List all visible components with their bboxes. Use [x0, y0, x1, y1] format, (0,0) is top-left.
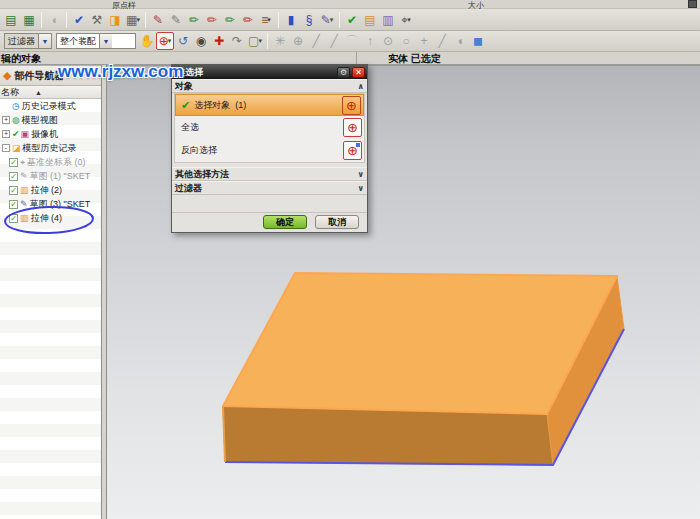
- section-objects[interactable]: 对象 ∧: [172, 79, 367, 93]
- visibility-checkbox[interactable]: ✓: [9, 158, 18, 167]
- list-hand-icon[interactable]: ≡▾: [257, 11, 275, 29]
- section-filters[interactable]: 过滤器 ∨: [172, 181, 367, 195]
- sketch-oh-icon[interactable]: ✏: [239, 11, 257, 29]
- part-navigator-tree: ◷历史记录模式+◍模型视图+✔▣摄像机-◪模型历史记录✓⌖基准坐标系 (0)✓✎…: [0, 99, 101, 519]
- snap-point-on-curve-icon[interactable]: ↑: [361, 32, 379, 50]
- tree-column-header[interactable]: 名称 ▲: [0, 86, 101, 99]
- verify-check-icon: ✔: [347, 14, 357, 26]
- verify-check-icon[interactable]: ✔: [343, 11, 361, 29]
- tree-item-model-views[interactable]: +◍模型视图: [0, 113, 101, 127]
- cue-text: 辑的对象: [1, 52, 41, 66]
- stack-plates-icon[interactable]: ▤: [361, 11, 379, 29]
- tree-item-extrude-2[interactable]: ✓▥拉伸 (2): [0, 183, 101, 197]
- sketch-on-path-icon[interactable]: ✎: [149, 11, 167, 29]
- tag-icon[interactable]: ◖: [45, 11, 63, 29]
- visibility-checkbox[interactable]: ✓: [9, 214, 18, 223]
- tree-expander-icon[interactable]: -: [2, 144, 10, 152]
- expression-edit-icon[interactable]: ▦▾: [124, 11, 142, 29]
- chevron-down-icon[interactable]: ∨: [358, 170, 365, 179]
- hammer-tools-icon[interactable]: ⚒: [88, 11, 106, 29]
- extrude-box-icon[interactable]: ◨: [106, 11, 124, 29]
- datum-layers-icon[interactable]: ▤: [2, 11, 20, 29]
- tree-item-label: 历史记录模式: [22, 100, 76, 113]
- slab-top-face[interactable]: [223, 273, 617, 414]
- snap-line1-icon[interactable]: ╱: [307, 32, 325, 50]
- tree-item-label: 草图 (1) "SKET: [30, 170, 91, 183]
- snap-tangent-icon[interactable]: ╱: [433, 32, 451, 50]
- snap-circle-icon[interactable]: ○: [397, 32, 415, 50]
- solid-cube-icon[interactable]: ◼: [469, 32, 487, 50]
- select-objects-crosshair-button[interactable]: ⊕: [342, 96, 361, 115]
- snap-quadrant-icon[interactable]: ◖: [451, 32, 469, 50]
- apply-check-icon[interactable]: ✔: [70, 11, 88, 29]
- class-selection-dialog: 类选择 ⚙ ✕ 对象 ∧ ✔ 选择对象 (1) ⊕ 全选 ⊕ 反向选择 ⊕: [171, 64, 368, 233]
- snap-intersection-icon[interactable]: +: [415, 32, 433, 50]
- visibility-checkbox[interactable]: ✓: [9, 172, 18, 181]
- ok-button[interactable]: 确定: [263, 215, 307, 229]
- dropdown-arrow-icon[interactable]: ▾: [136, 16, 140, 24]
- tree-expander-icon[interactable]: +: [2, 130, 10, 138]
- sketch-gs2-icon[interactable]: ✏: [221, 11, 239, 29]
- dropdown-arrow-icon[interactable]: ▾: [330, 16, 334, 24]
- tree-item-model-history[interactable]: -◪模型历史记录: [0, 141, 101, 155]
- tree-item-datum-csys[interactable]: ✓⌖基准坐标系 (0): [0, 155, 101, 169]
- select-object-icon[interactable]: ⊕▾: [156, 32, 174, 50]
- dropdown-arrow-icon[interactable]: ▾: [407, 16, 411, 24]
- snap-line2-icon[interactable]: ╱: [325, 32, 343, 50]
- visibility-checkbox[interactable]: ✓: [9, 186, 18, 195]
- snap-scatter-icon[interactable]: ✳: [271, 32, 289, 50]
- combo-dropdown-icon[interactable]: ▼: [38, 34, 51, 48]
- binder-icon[interactable]: ▮: [282, 11, 300, 29]
- tree-expander-icon[interactable]: +: [2, 116, 10, 124]
- csys-display-icon[interactable]: ⌖▾: [397, 11, 415, 29]
- select-objects-row[interactable]: ✔ 选择对象 (1) ⊕: [175, 94, 364, 116]
- point-add-icon: ✚: [214, 35, 224, 47]
- sketch-curve-icon[interactable]: ✎: [167, 11, 185, 29]
- dialog-options-gear-icon[interactable]: ⚙: [337, 67, 350, 78]
- part-navigator-title: 部件导航器: [14, 69, 64, 83]
- dropdown-arrow-icon[interactable]: ▾: [267, 16, 271, 24]
- point-add-icon[interactable]: ✚: [210, 32, 228, 50]
- tree-item-history-mode[interactable]: ◷历史记录模式: [0, 99, 101, 113]
- selection-scope-combo[interactable]: 整个装配 ▼: [56, 33, 136, 49]
- slab-front-face[interactable]: [223, 406, 553, 465]
- visibility-checkbox[interactable]: ✓: [9, 200, 18, 209]
- snap-arc-icon[interactable]: ⌒: [343, 32, 361, 50]
- tree-item-sketch-1[interactable]: ✓✎草图 (1) "SKET: [0, 169, 101, 183]
- window-grid-icon[interactable]: [688, 0, 697, 8]
- check-mark-icon: ✔: [12, 129, 20, 139]
- rectangle-select-icon[interactable]: ▢▾: [246, 32, 264, 50]
- folder-open-icon: ◪: [12, 143, 21, 153]
- dialog-title-bar[interactable]: 类选择 ⚙ ✕: [172, 65, 367, 79]
- sketch-pencil-icon[interactable]: ✎▾: [318, 11, 336, 29]
- type-filter-combo[interactable]: 过滤器 ▼: [4, 33, 52, 49]
- dropdown-arrow-icon[interactable]: ▾: [258, 37, 262, 45]
- clipboard-measure-icon[interactable]: ▥: [379, 11, 397, 29]
- tree-item-extrude-4[interactable]: ✓▥拉伸 (4): [0, 211, 101, 225]
- tree-item-cameras[interactable]: +✔▣摄像机: [0, 127, 101, 141]
- section-other-methods[interactable]: 其他选择方法 ∨: [172, 167, 367, 181]
- sort-ascending-icon[interactable]: ▲: [35, 89, 42, 96]
- tree-item-sketch-3[interactable]: ✓✎草图 (3) "SKET: [0, 197, 101, 211]
- snap-center-icon[interactable]: ⊙: [379, 32, 397, 50]
- snap-midpoint-icon[interactable]: ⊕: [289, 32, 307, 50]
- toolbar-separator: [145, 12, 146, 28]
- layer-settings-icon[interactable]: ▦: [20, 11, 38, 29]
- spring-icon[interactable]: §: [300, 11, 318, 29]
- undo-icon[interactable]: ↺: [174, 32, 192, 50]
- shaded-sphere-icon[interactable]: ◉: [192, 32, 210, 50]
- dropdown-arrow-icon[interactable]: ▾: [168, 37, 172, 45]
- inverse-selection-button[interactable]: ⊕: [343, 141, 362, 160]
- sketch-os1-icon[interactable]: ✏: [203, 11, 221, 29]
- toolbar-row-1: ▤▦◖✔⚒◨▦▾✎✎✏✏✏✏≡▾▮§✎▾✔▤▥⌖▾: [0, 9, 700, 31]
- combo-dropdown-icon[interactable]: ▼: [99, 34, 112, 48]
- sketch-gs1-icon[interactable]: ✏: [185, 11, 203, 29]
- curve-hook-icon[interactable]: ↷: [228, 32, 246, 50]
- chevron-down-icon[interactable]: ∨: [358, 184, 365, 193]
- select-all-button[interactable]: ⊕: [343, 118, 362, 137]
- no-filter-hand-icon[interactable]: ✋: [138, 32, 156, 50]
- chevron-up-icon[interactable]: ∧: [358, 82, 365, 91]
- snap-center-icon: ⊙: [383, 35, 393, 47]
- dialog-close-icon[interactable]: ✕: [352, 67, 365, 78]
- cancel-button[interactable]: 取消: [315, 215, 359, 229]
